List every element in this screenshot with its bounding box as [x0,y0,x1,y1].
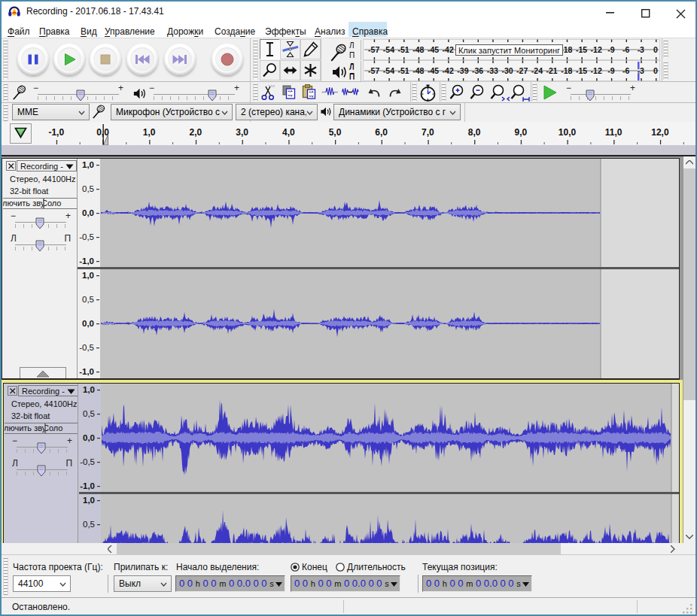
svg-text:0,0: 0,0 [82,319,94,328]
svg-text:-48: -48 [412,45,424,54]
svg-text:1,0: 1,0 [82,160,94,169]
svg-text:-12: -12 [591,66,602,75]
svg-text:-24: -24 [531,66,543,75]
svg-text:7,0: 7,0 [422,127,434,138]
svg-text:-0,5: -0,5 [79,343,94,352]
svg-text:-39: -39 [457,66,468,75]
svg-text:-6: -6 [622,45,629,54]
svg-text:-45: -45 [428,45,439,54]
svg-text:-1,0: -1,0 [79,367,94,376]
svg-text:-1,0: -1,0 [48,127,64,138]
svg-text:-0,5: -0,5 [79,232,94,241]
svg-text:-57: -57 [368,45,379,54]
svg-text:5,0: 5,0 [329,127,342,138]
svg-text:-18: -18 [561,66,572,75]
svg-text:-12: -12 [591,45,602,54]
svg-text:9,0: 9,0 [514,127,527,138]
svg-text:0,0: 0,0 [82,208,94,217]
svg-text:-9: -9 [607,45,614,54]
svg-text:-15: -15 [576,66,587,75]
svg-text:0,5: 0,5 [82,184,94,193]
svg-text:1,0: 1,0 [82,271,94,280]
svg-text:-21: -21 [546,66,558,75]
svg-text:-27: -27 [516,66,528,75]
svg-text:-3: -3 [638,45,644,54]
svg-text:4,0: 4,0 [282,127,295,138]
svg-text:-30: -30 [501,66,513,75]
svg-text:10,0: 10,0 [559,127,577,138]
svg-text:-9: -9 [607,66,614,75]
svg-text:-51: -51 [398,45,409,54]
svg-text:2,0: 2,0 [190,127,202,138]
svg-text:-51: -51 [398,66,409,75]
svg-text:-6: -6 [622,66,629,75]
svg-text:12,0: 12,0 [651,127,669,138]
svg-text:-42: -42 [443,45,454,54]
svg-text:0: 0 [653,66,658,75]
svg-text:-36: -36 [472,66,483,75]
svg-text:-45: -45 [428,66,439,75]
svg-text:-33: -33 [487,66,498,75]
svg-text:3,0: 3,0 [236,127,248,138]
svg-text:-54: -54 [383,45,394,54]
svg-text:0,5: 0,5 [82,295,94,304]
svg-text:0: 0 [653,45,658,54]
svg-text:-0,5: -0,5 [80,457,95,466]
svg-text:1,0: 1,0 [83,385,95,394]
svg-text:0,5: 0,5 [83,409,95,418]
svg-text:-1,0: -1,0 [79,256,94,266]
svg-text:11,0: 11,0 [605,127,622,138]
svg-text:0,0: 0,0 [83,433,95,442]
svg-text:-54: -54 [383,66,394,75]
svg-text:0,5: 0,5 [83,520,95,529]
svg-text:-48: -48 [412,66,424,75]
svg-text:1,0: 1,0 [83,496,95,505]
svg-text:-15: -15 [576,45,587,54]
svg-text:1,0: 1,0 [143,127,156,138]
svg-text:-42: -42 [443,66,454,75]
svg-text:-57: -57 [368,66,379,75]
svg-text:-1,0: -1,0 [80,481,95,490]
svg-text:8,0: 8,0 [468,127,481,138]
svg-text:6,0: 6,0 [375,127,388,138]
